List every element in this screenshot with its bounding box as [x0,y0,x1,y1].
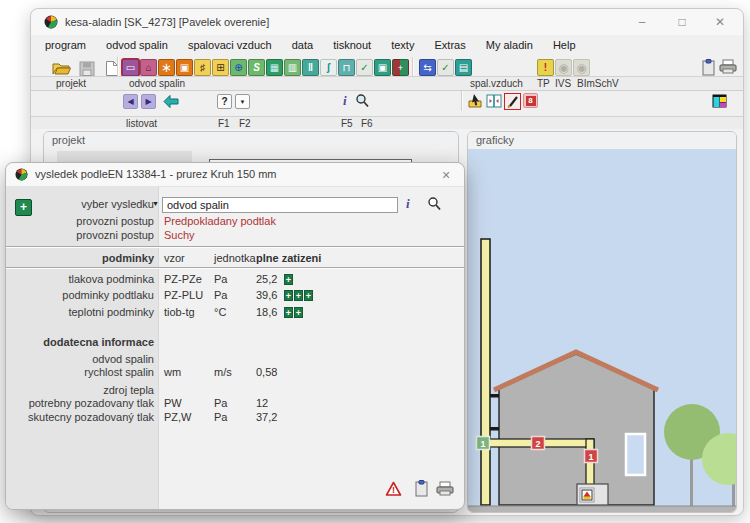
ground [468,506,736,512]
table-row: teplotni podminky tiob-tg °C 18,6 + + [6,306,464,319]
col-header-vzor: vzor [164,252,185,265]
dropdown-button[interactable]: ▼ [235,94,250,109]
dialog-titlebar[interactable]: vysledek podleEN 13384-1 - prurez Kruh 1… [6,163,464,187]
badge-chimney-inlet[interactable]: 1 [477,437,490,450]
dialog-clipboard-icon[interactable] [415,480,428,499]
minimize-button[interactable]: – [627,13,657,31]
label-f5: F5 [341,118,353,129]
rating-badges: + [284,274,293,285]
col-header-podminky: podminky [6,252,154,265]
boiler-icon[interactable]: ▣ [176,59,193,76]
group-label-tp: TP [537,78,550,89]
dialog-body: + vyber vysledku ▼ odvod spalin i provoz… [6,186,464,509]
table-row: skutecny pozadovaný tlak PZ,W Pa 37,2 [6,411,464,424]
main-titlebar[interactable]: kesa-aladin [SK_4273] [Pavelek overenie]… [31,9,743,35]
app-logo-icon [44,15,58,29]
burner-icon[interactable]: ∗ [158,59,175,76]
info-icon[interactable]: i [343,93,347,112]
plus-badge: + [284,290,293,301]
table-row: podminky podtlaku PZ-PLU Pa 39,6 + + + [6,289,464,302]
provozni-postup-label-1: provozni postup [6,215,154,228]
pointer-folder-icon[interactable] [468,93,484,113]
provozni-postup-value-2: Suchy [164,229,195,242]
table-row: tlakova podminka PZ-PZe Pa 25,2 + [6,273,464,286]
thermometer-icon[interactable]: ! [537,59,554,76]
curve-icon[interactable]: ʃ [320,59,337,76]
provozni-postup-value-1: Predpokladany podtlak [164,215,276,228]
maximize-button[interactable]: □ [667,13,697,31]
window-title: kesa-aladin [SK_4273] [Pavelek overenie] [65,16,269,28]
valve-disabled-icon: ◉ [573,59,590,76]
help-button[interactable]: ? [217,94,232,109]
color-layers-icon[interactable] [712,94,727,112]
result-dialog: vysledek podleEN 13384-1 - prurez Kruh 1… [5,162,465,510]
chevron-down-icon[interactable]: ▼ [152,200,159,207]
label-f1: F1 [218,118,230,129]
badge-connector[interactable]: 2 [532,437,545,450]
cabinet-icon[interactable]: ▤ [455,59,472,76]
result-select-field[interactable]: odvod spalin [162,197,398,213]
pipe-joint-icon[interactable]: ♯ [194,59,211,76]
next-arrow-icon[interactable]: ▶ [141,94,156,109]
duct-split-icon[interactable]: ‖ [302,59,319,76]
chimney [481,239,490,505]
projekt-panel-title: projekt [44,132,458,149]
duct-compare-icon[interactable]: + [392,59,409,76]
menu-item-my-aladin[interactable]: My aladin [486,35,533,55]
svg-text:1: 1 [588,452,593,462]
plus-badge: + [284,274,293,285]
digit-8-icon[interactable]: 8 [523,93,538,108]
desktop: kesa-aladin [SK_4273] [Pavelek overenie]… [0,0,750,523]
grate-icon[interactable]: ▦ [266,59,283,76]
dialog-magnifier-icon[interactable] [427,196,441,213]
svg-text:2: 2 [535,439,540,449]
menu-item-odvod-spalin[interactable]: odvod spalin [106,35,168,55]
s-bend-icon[interactable]: S [248,59,265,76]
menu-item-help[interactable]: Help [553,35,576,55]
label-f2: F2 [239,118,251,129]
close-button[interactable]: ✕ [705,13,735,31]
magnifier-icon[interactable] [355,93,369,112]
menu-item-tisknout[interactable]: tisknout [333,35,371,55]
air-duct-icon[interactable]: ⇆ [419,59,436,76]
table-row: zdroj tepla [6,384,464,397]
menu-item-extras[interactable]: Extras [434,35,465,55]
dialog-info-icon[interactable]: i [406,196,410,212]
check-sheet-icon[interactable]: ✓ [437,59,454,76]
prev-arrow-icon[interactable]: ◀ [123,94,138,109]
house-chimney-icon[interactable]: ⌂ [140,59,157,76]
check-doc-icon[interactable]: ✓ [356,59,373,76]
menu-item-program[interactable]: program [45,35,86,55]
provozni-postup-label-2: provozni postup [6,229,154,242]
graficky-panel-title: graficky [468,132,736,149]
warning-icon: ! [385,481,402,499]
menu-bar: program odvod spalin spalovaci vzduch da… [31,35,743,55]
dialog-close-icon[interactable]: ✕ [438,167,454,183]
target-icon[interactable]: ⊕ [230,59,247,76]
menu-item-texty[interactable]: texty [391,35,414,55]
table-row: potrebny pozadovany tlak PW Pa 12 [6,397,464,410]
label-f6: F6 [361,118,373,129]
group-label-bimschv: BImSchV [577,78,619,89]
dialog-printer-icon[interactable] [436,481,454,499]
rating-badges: + + [284,307,303,318]
back-arrow-icon[interactable] [162,94,180,113]
svg-text:1: 1 [480,439,485,449]
unit-box-icon[interactable]: ▣ [374,59,391,76]
t-piece-icon[interactable]: ⊓ [338,59,355,76]
dialog-app-icon [15,168,28,181]
chimney-bracket-2 [490,427,499,431]
col-header-jednotka: jednotka [214,252,256,265]
group-label-odvod-spalin: odvod spalin [129,78,185,89]
window-grid-icon[interactable]: ⊞ [212,59,229,76]
badge-vertical-pipe[interactable]: 1 [585,450,598,463]
menu-item-spalovaci-vzduch[interactable]: spalovaci vzduch [188,35,272,55]
pen-icon[interactable] [504,93,521,110]
group-label-spal-vzduch: spal.vzduch [470,78,523,89]
graficky-panel: graficky [467,131,737,513]
chimney-bracket-1 [490,394,499,398]
split-view-icon[interactable] [486,93,502,113]
menu-item-data[interactable]: data [292,35,313,55]
vertical-duct-icon[interactable]: ▥ [284,59,301,76]
window-icon[interactable]: ▭ [122,59,139,76]
